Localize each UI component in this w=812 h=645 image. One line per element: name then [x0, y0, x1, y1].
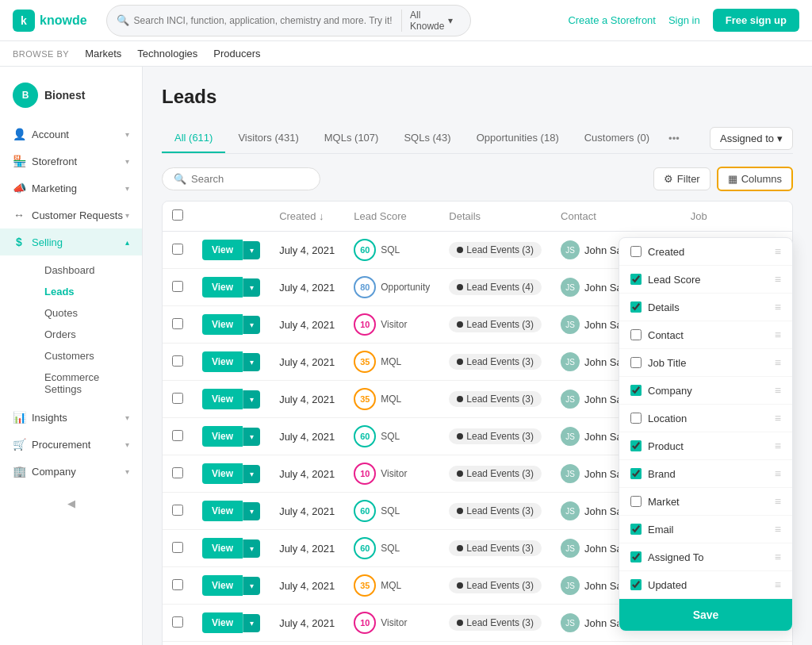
view-dropdown-arrow[interactable]: ▾: [243, 353, 260, 371]
details-pill[interactable]: Lead Events (3): [449, 317, 542, 332]
sidebar-item-selling[interactable]: $ Selling ▴: [0, 228, 142, 255]
details-pill[interactable]: Lead Events (3): [449, 354, 542, 370]
view-button[interactable]: View: [202, 501, 243, 521]
sidebar-sub-item-dashboard[interactable]: Dashboard: [32, 259, 142, 281]
tab-customers[interactable]: Customers (0): [572, 124, 662, 153]
column-checkbox-details[interactable]: [630, 301, 642, 313]
drag-handle-icon[interactable]: ≡: [775, 412, 781, 424]
row-checkbox[interactable]: [172, 542, 183, 553]
column-checkbox-contact[interactable]: [630, 329, 642, 340]
sidebar-item-marketing[interactable]: 📣 Marketing ▾: [0, 175, 142, 202]
browse-markets[interactable]: Markets: [85, 48, 121, 60]
sidebar-item-storefront[interactable]: 🏪 Storefront ▾: [0, 148, 142, 175]
column-checkbox-created[interactable]: [630, 246, 642, 257]
view-dropdown-arrow[interactable]: ▾: [243, 465, 260, 483]
view-button[interactable]: View: [202, 575, 243, 596]
details-pill[interactable]: Lead Events (3): [449, 466, 542, 482]
row-checkbox[interactable]: [172, 281, 183, 292]
row-checkbox[interactable]: [172, 430, 183, 441]
column-checkbox-job-title[interactable]: [630, 357, 642, 368]
row-checkbox[interactable]: [172, 467, 183, 478]
column-checkbox-assigned-to[interactable]: [630, 551, 642, 562]
tab-mqls[interactable]: MQLs (107): [312, 124, 392, 153]
drag-handle-icon[interactable]: ≡: [775, 356, 781, 369]
details-pill[interactable]: Lead Events (3): [449, 242, 542, 258]
global-search-bar[interactable]: 🔍 All Knowde ▾: [106, 5, 471, 36]
sidebar-item-customer-requests[interactable]: ↔ Customer Requests ▾: [0, 202, 142, 228]
view-dropdown-arrow[interactable]: ▾: [243, 278, 260, 297]
details-pill[interactable]: Lead Events (3): [449, 391, 542, 407]
view-button[interactable]: View: [202, 240, 243, 260]
sidebar-sub-item-ecommerce-settings[interactable]: Ecommerce Settings: [32, 367, 142, 400]
view-dropdown-arrow[interactable]: ▾: [243, 390, 260, 409]
sidebar-item-account[interactable]: 👤 Account ▾: [0, 121, 142, 148]
sidebar-sub-item-orders[interactable]: Orders: [32, 324, 142, 345]
view-button[interactable]: View: [202, 277, 243, 298]
view-dropdown-arrow[interactable]: ▾: [243, 577, 260, 595]
drag-handle-icon[interactable]: ≡: [775, 523, 781, 536]
drag-handle-icon[interactable]: ≡: [775, 578, 781, 591]
details-pill[interactable]: Lead Events (4): [449, 279, 542, 295]
column-checkbox-email[interactable]: [630, 524, 642, 535]
drag-handle-icon[interactable]: ≡: [775, 495, 781, 508]
view-button[interactable]: View: [202, 538, 243, 559]
tab-opportunities[interactable]: Opportunities (18): [464, 124, 572, 153]
table-search-wrap[interactable]: 🔍: [162, 167, 320, 190]
column-checkbox-brand[interactable]: [630, 468, 642, 479]
table-search-input[interactable]: [191, 173, 308, 185]
tab-more-button[interactable]: •••: [662, 125, 686, 152]
drag-handle-icon[interactable]: ≡: [775, 440, 781, 452]
global-search-input[interactable]: [134, 15, 397, 26]
view-dropdown-arrow[interactable]: ▾: [243, 614, 260, 632]
th-created[interactable]: Created ↓: [270, 202, 344, 232]
column-checkbox-location[interactable]: [630, 413, 642, 424]
columns-save-button[interactable]: Save: [619, 599, 792, 631]
column-checkbox-market[interactable]: [630, 496, 642, 507]
column-checkbox-product[interactable]: [630, 440, 642, 451]
view-dropdown-arrow[interactable]: ▾: [243, 539, 260, 558]
view-button[interactable]: View: [202, 389, 243, 409]
browse-producers[interactable]: Producers: [213, 48, 260, 60]
view-dropdown-arrow[interactable]: ▾: [243, 428, 260, 446]
row-checkbox[interactable]: [172, 616, 183, 628]
drag-handle-icon[interactable]: ≡: [775, 551, 781, 563]
column-checkbox-updated[interactable]: [630, 579, 642, 590]
row-checkbox[interactable]: [172, 505, 183, 516]
columns-button[interactable]: ▦ Columns: [717, 167, 793, 191]
drag-handle-icon[interactable]: ≡: [775, 328, 781, 341]
sidebar-sub-item-customers[interactable]: Customers: [32, 345, 142, 367]
column-checkbox-lead-score[interactable]: [630, 274, 642, 285]
browse-technologies[interactable]: Technologies: [137, 48, 197, 60]
view-dropdown-arrow[interactable]: ▾: [243, 502, 260, 520]
view-button[interactable]: View: [202, 426, 243, 447]
details-pill[interactable]: Lead Events (3): [449, 540, 542, 556]
sidebar-item-procurement[interactable]: 🛒 Procurement ▾: [0, 431, 142, 458]
tab-visitors[interactable]: Visitors (431): [225, 124, 311, 153]
view-button[interactable]: View: [202, 612, 243, 633]
view-dropdown-arrow[interactable]: ▾: [243, 241, 260, 259]
drag-handle-icon[interactable]: ≡: [775, 273, 781, 286]
create-storefront-link[interactable]: Create a Storefront: [568, 14, 656, 26]
th-lead-score[interactable]: Lead Score: [344, 202, 439, 232]
sidebar-collapse-button[interactable]: ◀: [0, 491, 142, 516]
row-checkbox[interactable]: [172, 355, 183, 367]
filter-button[interactable]: ⚙ Filter: [653, 167, 710, 190]
details-pill[interactable]: Lead Events (3): [449, 578, 542, 593]
details-pill[interactable]: Lead Events (3): [449, 615, 542, 631]
assigned-to-dropdown[interactable]: Assigned to ▾: [710, 127, 793, 150]
row-checkbox[interactable]: [172, 393, 183, 404]
view-button[interactable]: View: [202, 314, 243, 335]
row-checkbox[interactable]: [172, 244, 183, 255]
sidebar-sub-item-quotes[interactable]: Quotes: [32, 302, 142, 324]
details-pill[interactable]: Lead Events (3): [449, 503, 542, 519]
sign-in-link[interactable]: Sign in: [668, 14, 700, 26]
tab-all[interactable]: All (611): [162, 124, 225, 153]
logo[interactable]: k knowde: [13, 10, 87, 32]
sidebar-item-insights[interactable]: 📊 Insights ▾: [0, 404, 142, 431]
sidebar-sub-item-leads[interactable]: Leads: [32, 281, 142, 302]
free-signup-button[interactable]: Free sign up: [713, 9, 799, 32]
sidebar-item-company[interactable]: 🏢 Company ▾: [0, 458, 142, 485]
details-pill[interactable]: Lead Events (3): [449, 428, 542, 444]
drag-handle-icon[interactable]: ≡: [775, 301, 781, 313]
row-checkbox[interactable]: [172, 579, 183, 590]
